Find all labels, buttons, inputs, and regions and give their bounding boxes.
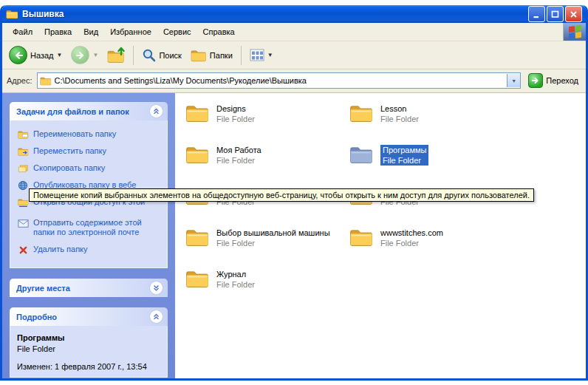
other-places-panel: Другие места — [10, 279, 168, 297]
explorer-window: Вышивка Файл Правка Вид Избранное Сервис… — [0, 5, 588, 381]
search-icon — [142, 48, 156, 62]
toolbar-separator — [241, 46, 242, 65]
views-dropdown-icon: ▼ — [267, 52, 273, 58]
folder-icon — [349, 103, 374, 123]
menu-favorites[interactable]: Избранное — [104, 24, 157, 39]
forward-button[interactable]: ▼ — [67, 44, 102, 66]
expand-chevron-icon[interactable] — [149, 281, 163, 295]
folder-tile[interactable]: DesignsFile Folder — [185, 103, 344, 145]
move-folder-icon — [17, 146, 29, 157]
folder-tile[interactable]: LessonFile Folder — [349, 103, 508, 145]
menu-edit[interactable]: Правка — [38, 24, 78, 39]
go-label: Переход — [546, 76, 578, 85]
task-delete-folder[interactable]: Удалить папку — [17, 245, 163, 255]
go-arrow-icon — [528, 73, 543, 88]
up-button[interactable] — [103, 46, 129, 65]
back-button[interactable]: Назад ▼ — [5, 44, 66, 66]
other-places-title: Другие места — [16, 284, 70, 293]
folder-type: File Folder — [380, 239, 443, 248]
window-folder-icon — [6, 9, 18, 19]
task-rename-folder[interactable]: Переименовать папку — [17, 129, 163, 140]
folder-tile[interactable]: Моя РаботаFile Folder — [185, 145, 344, 186]
details-item-modified: Изменен: 1 февраля 2007 г., 13:54 — [17, 362, 163, 371]
close-button[interactable] — [565, 6, 582, 22]
forward-icon — [71, 46, 89, 64]
file-list: DesignsFile Folder LessonFile Folder Моя… — [175, 93, 586, 378]
folder-name: wwwstitches.com — [380, 228, 443, 237]
details-panel: Подробно Программы File Folder Изменен: … — [10, 307, 168, 378]
folders-icon — [191, 49, 207, 62]
forward-dropdown-icon: ▼ — [92, 52, 98, 58]
folder-name: Выбор вышивальной машины — [216, 228, 330, 237]
file-folder-tasks-title: Задачи для файлов и папок — [16, 107, 129, 116]
details-body: Программы File Folder Изменен: 1 февраля… — [10, 326, 168, 378]
folder-type: File Folder — [380, 115, 419, 123]
windows-logo-icon — [563, 23, 586, 41]
back-icon — [9, 46, 27, 64]
folder-icon — [185, 228, 210, 247]
menu-view[interactable]: Вид — [78, 24, 104, 39]
folder-name: Программы — [383, 146, 426, 154]
back-label: Назад — [30, 51, 54, 60]
details-header[interactable]: Подробно — [10, 307, 168, 326]
go-button[interactable]: Переход — [525, 73, 581, 88]
delete-icon — [17, 245, 29, 255]
folder-type: File Folder — [216, 280, 255, 289]
folder-tile[interactable]: Выбор вышивальной машиныFile Folder — [185, 228, 344, 269]
maximize-button[interactable] — [547, 6, 564, 22]
search-button[interactable]: Поиск — [138, 47, 185, 64]
folder-icon — [349, 228, 374, 247]
folder-name: Журнал — [216, 270, 255, 279]
details-title: Подробно — [16, 313, 57, 321]
email-icon — [17, 218, 29, 228]
share-folder-icon — [17, 197, 29, 208]
menu-help[interactable]: Справка — [197, 24, 241, 39]
close-icon — [569, 10, 578, 19]
up-folder-icon — [107, 47, 125, 64]
other-places-header[interactable]: Другие места — [10, 279, 168, 297]
menu-tools[interactable]: Сервис — [157, 24, 197, 39]
maximize-icon — [550, 10, 560, 19]
folders-button[interactable]: Папки — [187, 47, 236, 64]
folder-icon — [185, 145, 210, 164]
folder-icon — [185, 269, 210, 288]
address-label: Адрес: — [7, 76, 33, 85]
folder-name: Моя Работа — [216, 146, 261, 154]
folder-type: File Folder — [383, 156, 426, 165]
search-label: Поиск — [159, 51, 181, 60]
address-dropdown-button[interactable]: ▼ — [507, 74, 520, 87]
collapse-chevron-icon[interactable] — [149, 104, 163, 118]
collapse-chevron-icon[interactable] — [149, 310, 163, 324]
folder-tile[interactable]: wwwstitches.comFile Folder — [349, 228, 508, 269]
minimize-icon — [532, 10, 541, 19]
address-folder-icon — [40, 76, 52, 86]
menu-file[interactable]: Файл — [7, 24, 38, 39]
folder-icon — [185, 103, 210, 123]
details-item-type: File Folder — [17, 344, 163, 353]
task-email-folder[interactable]: Отправить содержимое этой папки по элект… — [17, 218, 163, 237]
folder-name: Lesson — [380, 104, 419, 113]
content-area: Задачи для файлов и папок Переименовать … — [2, 93, 586, 378]
folder-type: File Folder — [216, 239, 330, 248]
back-dropdown-icon[interactable]: ▼ — [57, 52, 63, 58]
title-bar: Вышивка — [2, 5, 586, 23]
folder-type: File Folder — [216, 156, 261, 165]
folders-label: Папки — [210, 51, 233, 60]
file-folder-tasks-header[interactable]: Задачи для файлов и папок — [10, 102, 168, 120]
address-path: C:\Documents and Settings\Liza\My Docume… — [55, 76, 307, 85]
folder-type: File Folder — [216, 115, 255, 123]
task-pane: Задачи для файлов и папок Переименовать … — [2, 93, 175, 378]
task-move-folder[interactable]: Переместить папку — [17, 146, 163, 157]
views-icon — [250, 49, 264, 61]
address-bar: Адрес: C:\Documents and Settings\Liza\My… — [2, 69, 586, 93]
minimize-button[interactable] — [528, 6, 545, 22]
toolbar-separator — [133, 46, 134, 65]
desktop-background: Вышивка Файл Правка Вид Избранное Сервис… — [0, 0, 588, 385]
task-copy-folder[interactable]: Скопировать папку — [17, 163, 163, 174]
address-input[interactable]: C:\Documents and Settings\Liza\My Docume… — [37, 72, 522, 89]
folder-tile[interactable]: ЖурналFile Folder — [185, 269, 344, 310]
folder-name: Designs — [216, 104, 255, 113]
folder-icon — [349, 145, 374, 164]
views-button[interactable]: ▼ — [246, 47, 277, 63]
folder-tile-selected[interactable]: ПрограммыFile Folder — [349, 145, 508, 186]
